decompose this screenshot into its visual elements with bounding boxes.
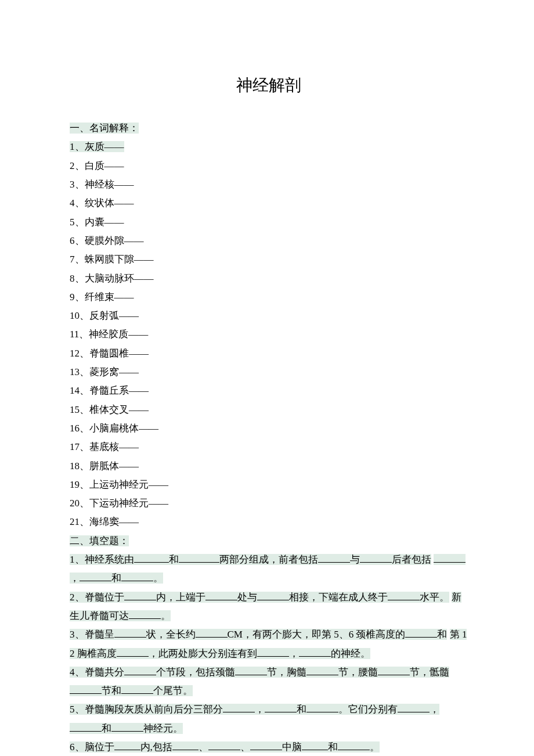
blank — [250, 739, 282, 750]
q-text: 节，骶髓 — [410, 667, 449, 678]
term-item: 1、灰质—— — [70, 141, 124, 152]
term-item: 17、基底核—— — [70, 438, 467, 456]
q-text: ， — [255, 704, 265, 715]
q-text: 4、脊髓共分 — [70, 667, 124, 678]
q-text: 与 — [350, 554, 360, 565]
q-text: 状，全长约 — [146, 629, 196, 640]
term-item: 19、上运动神经元—— — [70, 476, 467, 494]
q-text: 两部分组成，前者包括 — [219, 554, 318, 565]
term-item: 18、胼胝体—— — [70, 457, 467, 476]
blank — [223, 702, 255, 713]
q-text: 后者包括 — [392, 554, 431, 565]
q-text: 。 — [153, 573, 163, 584]
blank — [124, 664, 156, 675]
blank — [196, 627, 228, 638]
blank — [398, 702, 430, 713]
q-text: 5、脊髓胸段灰质从前向后分三部分 — [70, 704, 223, 715]
q-text: 个尾节。 — [153, 685, 193, 696]
q-text: 和 — [328, 741, 338, 753]
fill-question-3: 3、脊髓呈状，全长约CM，有两个膨大，即第 5、6 颈椎高度的和 第 12 胸椎… — [70, 625, 467, 663]
blank — [388, 589, 420, 600]
fill-question-2: 2、脊髓位于内，上端于处与相接，下端在成人终于水平。 新生儿脊髓可达。 — [70, 588, 467, 626]
q-text: 。 — [370, 741, 380, 753]
q-text: 、 — [240, 741, 250, 753]
blank — [318, 552, 350, 563]
term-item: 7、蛛网膜下隙—— — [70, 250, 467, 269]
q-text: 和 — [297, 704, 306, 715]
fill-question-4: 4、脊髓共分个节段，包括颈髓节，胸髓节，腰髓节，骶髓 节和个尾节。 — [70, 663, 467, 701]
blank — [306, 702, 338, 713]
q-text: 。它们分别有 — [338, 704, 398, 715]
q-text: 的神经。 — [331, 648, 370, 659]
blank — [257, 646, 289, 657]
q-text: 处与 — [237, 592, 257, 603]
blank — [405, 627, 437, 638]
q-text: 水平。 — [420, 592, 449, 603]
term-item: 4、纹状体—— — [70, 194, 467, 213]
term-item: 2、白质—— — [70, 157, 467, 175]
blank — [124, 589, 156, 600]
term-item: 13、菱形窝—— — [70, 363, 467, 381]
blank — [114, 739, 140, 750]
blank — [338, 739, 370, 750]
q-text: ， — [430, 704, 439, 715]
q-text: 节，腰髓 — [338, 667, 378, 678]
q-text: ，此两处膨大分别连有到 — [149, 648, 257, 659]
term-item: 11、神经胶质—— — [70, 325, 467, 344]
term-item: 6、硬膜外隙—— — [70, 232, 467, 250]
q-text: 1、神经系统由 — [70, 554, 134, 565]
term-item: 5、内囊—— — [70, 213, 467, 232]
blank — [205, 589, 237, 600]
q-text: 个节段，包括颈髓 — [156, 667, 235, 678]
term-item: 20、下运动神经元—— — [70, 494, 467, 513]
q-text: 神经元。 — [143, 723, 183, 734]
fill-question-6: 6、脑位于内,包括、、中脑和。 — [70, 738, 467, 756]
section-blanks: 二、填空题： 1、神经系统由和两部分组成，前者包括与后者包括 ，和。 2、脊髓位… — [70, 532, 467, 756]
q-text: ， — [70, 573, 80, 584]
section1-heading: 一、名词解释： — [70, 123, 139, 134]
blank — [208, 739, 240, 750]
blank — [360, 552, 392, 563]
blank — [265, 702, 297, 713]
q-text: 2、脊髓位于 — [70, 592, 124, 603]
term-item: 21、海绵窦—— — [70, 513, 467, 531]
blank — [121, 571, 153, 582]
blank — [306, 664, 338, 675]
blank — [179, 552, 219, 563]
blank — [235, 664, 267, 675]
blank — [172, 739, 199, 750]
q-text: 相接，下端在成人终于 — [289, 592, 388, 603]
q-text: 3、脊髓呈 — [70, 629, 114, 640]
term-item: 10、反射弧—— — [70, 307, 467, 325]
blank — [134, 552, 169, 563]
blank — [434, 552, 466, 563]
q-text: ， — [289, 648, 299, 659]
q-text: 节和 — [102, 685, 121, 696]
blank — [114, 627, 146, 638]
blank — [70, 683, 102, 694]
q-text: 节，胸髓 — [267, 667, 306, 678]
q-text: 和 — [437, 629, 447, 640]
term-item: 8、大脑动脉环—— — [70, 269, 467, 288]
blank — [121, 683, 153, 694]
q-text: 内,包括 — [140, 741, 172, 753]
section2-heading: 二、填空题： — [70, 535, 129, 546]
q-text: 中脑 — [282, 741, 302, 753]
blank — [70, 721, 102, 732]
term-item: 14、脊髓丘系—— — [70, 381, 467, 400]
term-item: 9、纤维束—— — [70, 288, 467, 307]
fill-question-1: 1、神经系统由和两部分组成，前者包括与后者包括 ，和。 — [70, 550, 467, 588]
blank — [117, 646, 149, 657]
q-text: CM，有两个膨大，即第 5、6 颈椎高度的 — [228, 629, 406, 640]
blank — [302, 739, 328, 750]
q-text: 和 — [111, 573, 121, 584]
blank — [129, 608, 161, 619]
page-title: 神经解剖 — [70, 70, 467, 100]
term-item: 12、脊髓圆椎—— — [70, 344, 467, 363]
blank — [111, 721, 143, 732]
q-text: 和 — [169, 554, 179, 565]
blank — [257, 589, 289, 600]
term-item: 3、神经核—— — [70, 175, 467, 194]
section-terms: 一、名词解释： 1、灰质—— 2、白质—— 3、神经核—— 4、纹状体—— 5、… — [70, 119, 467, 532]
fill-question-5: 5、脊髓胸段灰质从前向后分三部分，和。它们分别有， 和神经元。 — [70, 700, 467, 738]
